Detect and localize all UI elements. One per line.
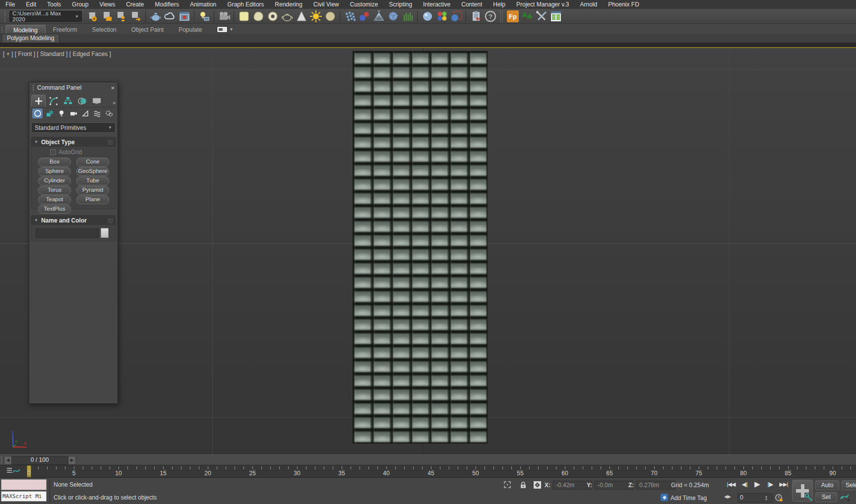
command-panel-titlebar[interactable]: Command Panel × — [29, 82, 118, 93]
phoenix-fd-icon[interactable]: Fp — [506, 10, 519, 23]
object-type-header[interactable]: ▼ Object Type — [31, 137, 116, 147]
box-icon[interactable] — [237, 10, 250, 23]
menu-rendering[interactable]: Rendering — [269, 0, 307, 9]
key-filters-icon[interactable] — [840, 492, 850, 501]
ribbon-grip[interactable] — [1, 26, 3, 33]
selection-set-button[interactable]: Select — [842, 480, 856, 490]
menu-file[interactable]: File — [0, 0, 20, 9]
close-icon[interactable]: × — [111, 85, 115, 91]
selection-region-icon[interactable] — [502, 480, 512, 489]
button-cone[interactable]: Cone — [76, 158, 109, 167]
ribbon-tab-freeform[interactable]: Freeform — [46, 25, 85, 34]
tab-create[interactable] — [31, 95, 46, 107]
button-sphere[interactable]: Sphere — [38, 167, 71, 176]
autogrid-checkbox[interactable] — [50, 149, 56, 155]
time-configuration-icon[interactable] — [774, 493, 784, 502]
textured-plane-object[interactable] — [353, 51, 488, 444]
category-geometry[interactable] — [32, 109, 43, 118]
menu-project-manager[interactable]: Project Manager v.3 — [511, 0, 575, 9]
category-space-warps[interactable] — [92, 109, 102, 118]
rock-icon[interactable] — [386, 10, 400, 23]
torus-icon[interactable] — [266, 10, 279, 23]
select-object-icon[interactable] — [449, 10, 463, 23]
object-color-swatch[interactable] — [101, 228, 109, 238]
panel-overflow-chevron[interactable]: » — [113, 100, 116, 107]
menu-create[interactable]: Create — [121, 0, 149, 9]
selection-lock-icon[interactable] — [518, 480, 528, 489]
absolute-mode-icon[interactable] — [532, 480, 542, 489]
teapot-wire-icon[interactable] — [280, 10, 294, 23]
button-cylinder[interactable]: Cylinder — [38, 176, 71, 185]
z-coord-field[interactable]: 0.278m — [636, 481, 675, 490]
ribbon-tab-object-paint[interactable]: Object Paint — [124, 25, 171, 34]
render-frame-icon[interactable] — [178, 10, 191, 23]
pm-open-icon[interactable] — [100, 10, 114, 23]
viewport-front[interactable]: [ + ] [ Front ] [ Standard ] [ Edged Fac… — [0, 47, 856, 454]
forest-icon[interactable] — [520, 10, 534, 23]
viewport-label[interactable]: [ + ] [ Front ] [ Standard ] [ Edged Fac… — [3, 51, 111, 57]
tools-icon[interactable] — [535, 10, 548, 23]
ribbon-tab-modeling[interactable]: Modeling — [5, 25, 46, 34]
ribbon-minimize-control[interactable]: ▼ — [217, 25, 234, 34]
menu-graph-editors[interactable]: Graph Editors — [222, 0, 269, 9]
category-cameras[interactable] — [68, 109, 78, 118]
list-icon[interactable] — [549, 10, 562, 23]
maxscript-mini-listener[interactable]: MAXScript Mi — [1, 491, 47, 502]
category-helpers[interactable] — [80, 109, 90, 118]
camera-icon[interactable] — [217, 10, 231, 23]
molecule-icon[interactable] — [358, 10, 371, 23]
command-panel-window[interactable]: Command Panel × » Standard Primitives ▼ — [29, 82, 118, 404]
button-teapot[interactable]: Teapot — [38, 195, 71, 204]
time-slider-handle[interactable]: 0 / 100 — [11, 456, 68, 465]
cloud-icon[interactable] — [163, 10, 177, 23]
teapot-icon[interactable] — [149, 10, 162, 23]
menu-interactive[interactable]: Interactive — [418, 0, 456, 9]
pm-settings-icon[interactable] — [86, 10, 99, 23]
play-button[interactable]: ▶ — [752, 479, 763, 489]
cone-icon[interactable] — [295, 10, 308, 23]
button-plane[interactable]: Plane — [76, 195, 109, 204]
frame-spinner[interactable]: ▲▼ — [764, 493, 769, 503]
track-bar[interactable]: 51015202530354045505560657075808590 0 — [0, 465, 856, 477]
tab-modify[interactable] — [47, 95, 60, 107]
button-geosphere[interactable]: GeoSphere — [76, 167, 109, 176]
grass-icon[interactable] — [401, 10, 414, 23]
clipboard-icon[interactable] — [469, 10, 483, 23]
name-color-header[interactable]: ▼ Name and Color — [31, 216, 116, 225]
set-keys-button[interactable] — [792, 480, 813, 502]
set-key-button[interactable]: Set Key — [815, 492, 837, 502]
tab-hierarchy[interactable] — [61, 95, 74, 107]
y-coord-field[interactable]: -0.0m — [594, 481, 634, 490]
toolbar-grip[interactable] — [4, 10, 6, 22]
tab-motion[interactable] — [75, 95, 89, 107]
next-frame-button[interactable]: ▶ — [68, 456, 76, 465]
light-lister-icon[interactable] — [197, 10, 211, 23]
button-textplus[interactable]: TextPlus — [38, 205, 71, 214]
help-icon[interactable]: ? — [484, 10, 497, 23]
button-box[interactable]: Box — [38, 158, 71, 167]
next-frame-button[interactable]: ||▶ — [765, 479, 776, 489]
menu-help[interactable]: Help — [488, 0, 511, 9]
x-coord-field[interactable]: -0.42m — [552, 481, 592, 490]
time-slider[interactable]: ◀ 0 / 100 ▶ — [0, 454, 856, 465]
previous-frame-button[interactable]: ◀|| — [739, 479, 750, 489]
pyramid-icon[interactable] — [372, 10, 385, 23]
menu-scripting[interactable]: Scripting — [383, 0, 418, 9]
sphere-icon[interactable] — [323, 10, 337, 23]
menu-customize[interactable]: Customize — [345, 0, 384, 9]
add-time-tag-label[interactable]: Add Time Tag — [671, 495, 707, 502]
menu-civil-view[interactable]: Civil View — [308, 0, 345, 9]
previous-frame-button[interactable]: ◀ — [4, 456, 12, 465]
sun-icon[interactable] — [309, 10, 322, 23]
menu-group[interactable]: Group — [66, 0, 94, 9]
maxscript-mini-listener-pink[interactable] — [1, 479, 47, 490]
menu-views[interactable]: Views — [94, 0, 121, 9]
time-slider-grip[interactable] — [0, 456, 3, 464]
key-mode-toggle[interactable]: ◀▶ — [724, 494, 731, 499]
primitive-category-dropdown[interactable]: Standard Primitives ▼ — [31, 122, 116, 133]
menu-modifiers[interactable]: Modifiers — [149, 0, 184, 9]
category-lights[interactable] — [56, 109, 66, 118]
menu-arnold[interactable]: Arnold — [574, 0, 603, 9]
button-torus[interactable]: Torus — [38, 186, 71, 195]
tab-display[interactable] — [90, 95, 103, 107]
